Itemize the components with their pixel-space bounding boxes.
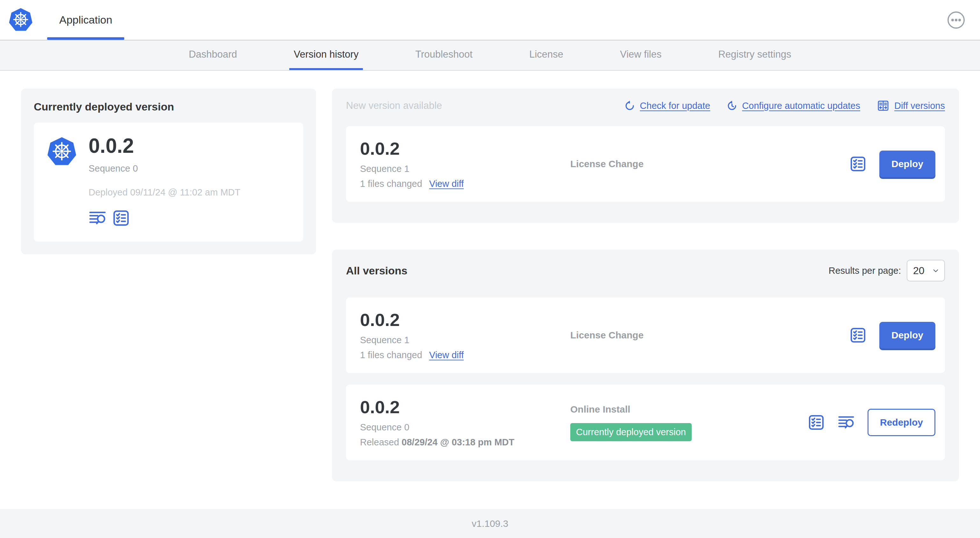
new-version-card: New version available Check for update C… [332, 89, 959, 223]
console-version-label: v1.109.3 [471, 518, 508, 529]
view-logs-button[interactable] [838, 414, 855, 431]
checklist-icon [808, 414, 825, 431]
logs-icon [838, 414, 855, 431]
redeploy-button[interactable]: Redeploy [867, 409, 935, 436]
checklist-icon [850, 327, 867, 344]
view-logs-button[interactable] [89, 209, 107, 227]
version-sequence: Sequence 0 [360, 422, 570, 433]
logs-icon [89, 209, 107, 227]
version-source-label: Online Install [570, 404, 630, 415]
refresh-icon [624, 100, 636, 112]
ellipsis-icon [947, 11, 965, 29]
preflight-checks-button[interactable] [808, 414, 825, 431]
configure-automatic-updates-link[interactable]: Configure automatic updates [726, 100, 860, 112]
files-changed-text: 1 files changed [360, 350, 422, 360]
app-header: Application [0, 0, 980, 40]
version-sequence: Sequence 1 [360, 163, 570, 174]
currently-deployed-badge: Currently deployed version [570, 423, 692, 441]
version-source-label: License Change [570, 330, 644, 341]
preflight-checks-button[interactable] [850, 327, 867, 344]
tab-dashboard[interactable]: Dashboard [184, 40, 242, 70]
deployed-version-number: 0.0.2 [89, 135, 240, 157]
new-version-title: New version available [346, 100, 442, 111]
checklist-icon [850, 156, 867, 173]
main-content: Currently deployed version 0.0.2 Sequenc… [0, 71, 980, 509]
deploy-button[interactable]: Deploy [879, 151, 935, 177]
check-for-update-link[interactable]: Check for update [624, 100, 710, 112]
diff-versions-link[interactable]: Diff versions [876, 99, 945, 112]
deploy-button[interactable]: Deploy [879, 322, 935, 349]
kubernetes-logo [8, 7, 33, 33]
version-sequence: Sequence 1 [360, 335, 570, 345]
released-timestamp: Released 08/29/24 @ 03:18 pm MDT [360, 437, 570, 448]
version-row: 0.0.2 Sequence 0 Released 08/29/24 @ 03:… [346, 384, 945, 460]
tab-version-history[interactable]: Version history [289, 40, 363, 70]
deployed-version-box: 0.0.2 Sequence 0 Deployed 09/11/24 @ 11:… [34, 122, 303, 241]
deployed-sequence: Sequence 0 [89, 163, 240, 174]
version-source-label: License Change [570, 159, 644, 169]
results-per-page-label: Results per page: [829, 265, 901, 276]
tab-license[interactable]: License [525, 40, 568, 70]
preflight-checks-button[interactable] [112, 209, 130, 227]
app-footer: v1.109.3 [0, 509, 980, 538]
diff-icon [876, 99, 890, 112]
kubernetes-app-icon [46, 136, 77, 168]
app-tab[interactable]: Application [47, 0, 124, 40]
new-version-row: 0.0.2 Sequence 1 1 files changed View di… [346, 126, 945, 202]
auto-update-clock-icon [726, 100, 738, 112]
active-app-indicator [47, 37, 124, 40]
checklist-icon [112, 209, 130, 227]
version-number: 0.0.2 [360, 139, 570, 159]
results-per-page-select[interactable]: 20 [907, 260, 945, 281]
app-tab-label: Application [59, 14, 112, 26]
all-versions-card: All versions Results per page: 20 [332, 249, 959, 481]
version-number: 0.0.2 [360, 397, 570, 417]
files-changed-text: 1 files changed [360, 179, 422, 189]
tab-troubleshoot[interactable]: Troubleshoot [410, 40, 477, 70]
all-versions-title: All versions [346, 265, 407, 277]
currently-deployed-card: Currently deployed version 0.0.2 Sequenc… [21, 89, 316, 254]
more-menu-button[interactable] [947, 11, 965, 29]
tab-registry-settings[interactable]: Registry settings [714, 40, 795, 70]
version-row: 0.0.2 Sequence 1 1 files changed View di… [346, 297, 945, 373]
preflight-checks-button[interactable] [850, 156, 867, 173]
currently-deployed-title: Currently deployed version [34, 101, 303, 113]
app-subnav: Dashboard Version history Troubleshoot L… [0, 40, 980, 71]
version-number: 0.0.2 [360, 310, 570, 330]
tab-view-files[interactable]: View files [616, 40, 666, 70]
view-diff-link[interactable]: View diff [429, 350, 464, 360]
deployed-timestamp: Deployed 09/11/24 @ 11:02 am MDT [89, 187, 240, 198]
view-diff-link[interactable]: View diff [429, 179, 464, 189]
